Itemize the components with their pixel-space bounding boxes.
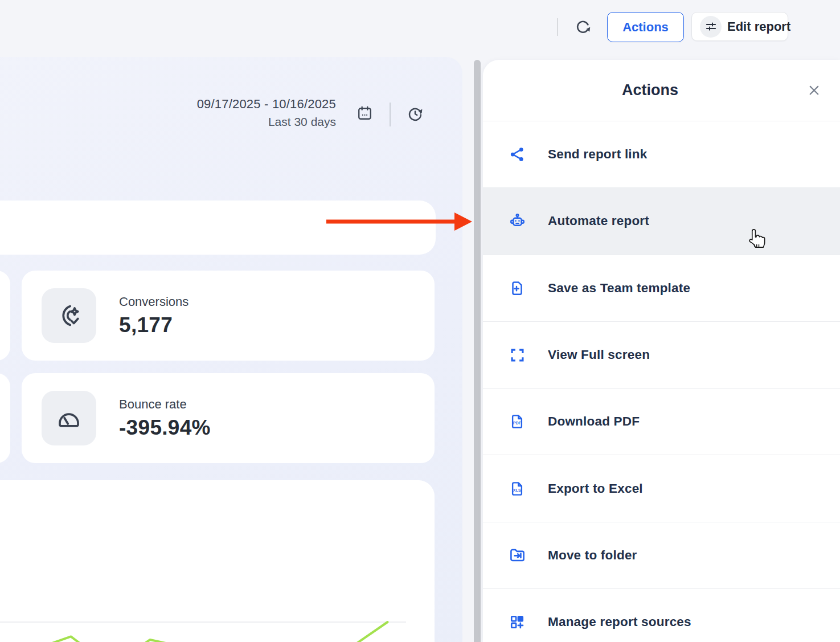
top-bar: Actions Edit report xyxy=(0,0,840,57)
file-plus-icon xyxy=(508,279,526,297)
calendar-icon[interactable] xyxy=(357,105,373,121)
menu-item-label: Manage report sources xyxy=(548,615,691,629)
menu-item-label: Move to folder xyxy=(548,548,637,563)
actions-panel-title: Actions xyxy=(498,81,802,99)
metric-card-conversions[interactable]: Conversions 5,177 xyxy=(22,271,435,361)
partial-card xyxy=(0,271,10,361)
pdf-file-icon: PDF xyxy=(508,412,526,431)
grid-plus-icon xyxy=(508,613,526,631)
close-icon[interactable] xyxy=(802,79,825,102)
menu-item-move-to-folder[interactable]: Move to folder xyxy=(483,522,840,589)
metric-label: Conversions xyxy=(119,295,189,309)
actions-button-label: Actions xyxy=(622,20,669,35)
edit-report-button[interactable]: Edit report xyxy=(691,12,788,41)
menu-item-label: Export to Excel xyxy=(548,481,643,496)
date-range-picker[interactable]: 09/17/2025 - 10/16/2025 Last 30 days xyxy=(197,97,336,129)
svg-text:XLS: XLS xyxy=(513,487,521,492)
menu-item-view-full-screen[interactable]: View Full screen xyxy=(483,322,840,389)
target-check-icon xyxy=(42,288,96,343)
edit-report-label: Edit report xyxy=(727,19,790,34)
line-chart: 0709111315 xyxy=(0,537,435,642)
metric-value: 5,177 xyxy=(119,313,189,337)
topbar-divider xyxy=(557,18,558,36)
menu-item-download-pdf[interactable]: PDF Download PDF xyxy=(483,389,840,455)
xls-file-icon: XLS xyxy=(508,480,526,498)
fullscreen-icon xyxy=(508,346,526,364)
robot-icon xyxy=(508,212,526,230)
partial-card xyxy=(0,373,10,463)
menu-item-send-report-link[interactable]: Send report link xyxy=(483,121,840,188)
date-range-text: 09/17/2025 - 10/16/2025 xyxy=(197,97,336,112)
report-toolbar-card xyxy=(0,201,436,255)
metric-label: Bounce rate xyxy=(119,397,211,412)
share-icon xyxy=(508,145,526,163)
date-preset-text: Last 30 days xyxy=(197,115,336,129)
actions-side-panel: Actions Send report link xyxy=(483,60,840,642)
sliders-icon xyxy=(700,16,722,38)
actions-panel-header: Actions xyxy=(483,60,840,121)
history-icon[interactable] xyxy=(407,105,424,122)
menu-item-label: Download PDF xyxy=(548,414,640,429)
metric-value: -395.94% xyxy=(119,416,211,440)
folder-move-icon xyxy=(508,546,526,565)
metric-card-bounce-rate[interactable]: Bounce rate -395.94% xyxy=(22,373,435,463)
svg-text:PDF: PDF xyxy=(513,420,522,426)
menu-item-automate-report[interactable]: Automate report xyxy=(483,188,840,255)
actions-button[interactable]: Actions xyxy=(607,12,684,42)
menu-item-label: View Full screen xyxy=(548,347,650,362)
menu-item-export-to-excel[interactable]: XLS Export to Excel xyxy=(483,455,840,522)
menu-item-label: Save as Team template xyxy=(548,281,690,296)
date-tools-divider xyxy=(390,103,391,126)
report-panel: 09/17/2025 - 10/16/2025 Last 30 days xyxy=(0,57,462,642)
menu-item-label: Send report link xyxy=(548,147,647,162)
menu-item-label: Automate report xyxy=(548,214,649,228)
conversions-chart-card: 0709111315 xyxy=(0,480,435,642)
refresh-icon[interactable] xyxy=(574,18,591,35)
menu-item-save-as-team-template[interactable]: Save as Team template xyxy=(483,255,840,322)
menu-item-manage-report-sources[interactable]: Manage report sources xyxy=(483,589,840,642)
vertical-scrollbar[interactable] xyxy=(474,60,481,642)
gauge-icon xyxy=(42,391,96,445)
